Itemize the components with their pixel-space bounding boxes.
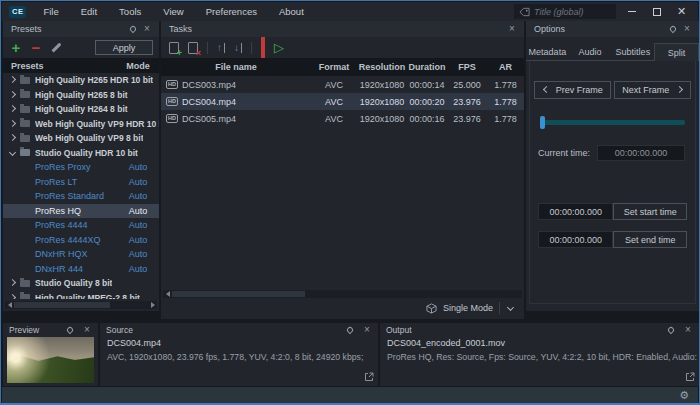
task-file-name: DCS004.mp4 — [182, 97, 236, 107]
preset-group-row[interactable]: High Quality MPEG-2 8 bit — [3, 291, 159, 300]
add-file-button[interactable]: + — [169, 42, 179, 54]
tasks-col-file-name[interactable]: File name — [161, 62, 311, 72]
preset-item-row[interactable]: DNxHR HQXAuto — [3, 247, 159, 262]
edit-preset-button[interactable] — [49, 41, 63, 54]
menu-item-preferences[interactable]: Preferences — [195, 2, 268, 21]
next-frame-button[interactable]: Next Frame — [614, 81, 691, 99]
title-global-input[interactable]: Title (global) — [514, 4, 616, 19]
scroll-left-icon[interactable] — [163, 291, 172, 297]
task-row[interactable]: HDDCS004.mp4AVC1920x108000:00:2023.9761.… — [161, 93, 524, 110]
end-time-input[interactable]: 00:00:00.000 — [538, 231, 613, 248]
tasks-col-ar[interactable]: AR — [487, 62, 524, 72]
maximize-button[interactable] — [644, 2, 669, 21]
chevron-right-icon[interactable] — [7, 132, 19, 144]
toolbar-divider — [207, 42, 208, 54]
preview-pin-button[interactable] — [63, 324, 77, 336]
preset-group-row[interactable]: High Quality H264 8 bit — [3, 102, 159, 117]
presets-panel-title: Presets — [11, 24, 126, 34]
output-close-button[interactable]: × — [681, 324, 695, 336]
preset-group-row[interactable]: Studio Quality 8 bit — [3, 276, 159, 291]
preview-close-button[interactable]: × — [80, 324, 94, 336]
tab-split[interactable]: Split — [654, 43, 699, 61]
presets-hscrollbar[interactable] — [5, 301, 157, 309]
menu-item-file[interactable]: File — [32, 2, 69, 21]
preset-item-row[interactable]: ProRes StandardAuto — [3, 189, 159, 204]
preset-group-row[interactable]: High Quality H265 8 bit — [3, 88, 159, 103]
minimize-button[interactable] — [619, 2, 644, 21]
remove-preset-button[interactable]: − — [29, 42, 43, 54]
preset-item-row[interactable]: DNxHR 444Auto — [3, 262, 159, 277]
chevron-right-icon[interactable] — [7, 292, 19, 299]
frame-position-slider[interactable] — [540, 116, 685, 129]
tab-audio[interactable]: Audio — [569, 43, 612, 61]
task-row[interactable]: HDDCS003.mp4AVC1920x108000:00:1425.0001.… — [161, 76, 524, 93]
preview-thumbnail[interactable] — [7, 337, 94, 383]
presets-col-mode[interactable]: Mode — [117, 61, 159, 71]
tasks-col-fps[interactable]: FPS — [447, 62, 487, 72]
folder-icon — [20, 106, 30, 113]
preset-item-row[interactable]: ProRes ProxyAuto — [3, 160, 159, 175]
remove-file-button[interactable]: × — [188, 42, 198, 54]
start-encode-button[interactable]: ▷ — [274, 42, 284, 53]
source-expand-button[interactable] — [363, 371, 374, 382]
close-button[interactable]: ✕ — [669, 2, 694, 21]
preset-group-row[interactable]: Web High Quality VP9 8 bit — [3, 131, 159, 146]
menu-item-about[interactable]: About — [268, 2, 315, 21]
source-pin-button[interactable] — [343, 324, 357, 336]
tasks-hscrollbar[interactable] — [163, 290, 522, 298]
output-expand-button[interactable] — [684, 371, 695, 382]
chevron-down-icon[interactable] — [7, 147, 19, 159]
preset-item-row[interactable]: ProRes 4444Auto — [3, 218, 159, 233]
preset-item-row[interactable]: ProRes LTAuto — [3, 175, 159, 190]
tasks-col-resolution[interactable]: Resolution — [357, 62, 407, 72]
source-close-button[interactable]: × — [360, 324, 374, 336]
output-panel-header: Output × — [380, 323, 699, 336]
start-time-input[interactable]: 00:00:00.000 — [538, 203, 613, 220]
menu-item-view[interactable]: View — [152, 2, 194, 21]
preset-item-mode: Auto — [117, 220, 159, 230]
toolbar-divider — [251, 42, 252, 54]
preset-item-row[interactable]: ProRes HQAuto — [3, 204, 159, 219]
chevron-down-icon[interactable] — [506, 303, 516, 313]
add-preset-button[interactable]: + — [9, 41, 23, 55]
task-row[interactable]: HDDCS005.mp4AVC1920x108000:00:1623.9761.… — [161, 110, 524, 127]
chevron-right-icon[interactable] — [7, 118, 19, 130]
task-cell: 1920x1080 — [357, 114, 407, 124]
output-pin-button[interactable] — [664, 324, 678, 336]
tasks-col-duration[interactable]: Duration — [407, 62, 447, 72]
chevron-right-icon[interactable] — [7, 277, 19, 289]
scroll-left-icon[interactable] — [5, 302, 14, 308]
set-start-time-button[interactable]: Set start time — [613, 203, 687, 220]
preset-group-row[interactable]: Web High Quality VP9 HDR 10 bit — [3, 117, 159, 132]
menu-item-edit[interactable]: Edit — [70, 2, 108, 21]
apply-preset-button[interactable]: Apply — [95, 40, 153, 55]
options-close-button[interactable]: × — [680, 23, 694, 35]
remove-file-icon: × — [196, 49, 201, 58]
preset-group-row[interactable]: Studio Quality HDR 10 bit — [3, 146, 159, 161]
options-pin-button[interactable] — [666, 23, 680, 35]
encode-mode-selector[interactable]: Single Mode — [163, 299, 522, 317]
move-down-button[interactable]: ↓ — [234, 43, 242, 53]
presets-pin-button[interactable] — [126, 23, 140, 35]
tasks-col-format[interactable]: Format — [311, 62, 357, 72]
set-end-time-button[interactable]: Set end time — [613, 231, 687, 248]
tasks-panel-title: Tasks — [169, 24, 505, 34]
move-up-button[interactable]: ↑ — [217, 43, 225, 53]
slider-handle[interactable] — [540, 116, 545, 129]
tasks-close-button[interactable]: × — [505, 23, 519, 35]
pin-icon — [129, 25, 137, 33]
tab-metadata[interactable]: Metadata — [526, 43, 569, 61]
stop-encode-button[interactable] — [261, 39, 265, 57]
preset-item-row[interactable]: ProRes 4444XQAuto — [3, 233, 159, 248]
chevron-right-icon[interactable] — [7, 103, 19, 115]
settings-button[interactable]: ⚙ — [679, 390, 689, 401]
presets-col-presets[interactable]: Presets — [3, 61, 117, 71]
tab-subtitles[interactable]: Subtitles — [612, 43, 655, 61]
menu-item-tools[interactable]: Tools — [108, 2, 152, 21]
chevron-right-icon[interactable] — [7, 74, 19, 86]
chevron-right-icon[interactable] — [7, 89, 19, 101]
prev-frame-button[interactable]: Prev Frame — [534, 81, 611, 99]
presets-close-button[interactable]: × — [140, 23, 154, 35]
preset-group-row[interactable]: High Quality H265 HDR 10 bit — [3, 73, 159, 88]
scroll-right-icon[interactable] — [148, 302, 157, 308]
